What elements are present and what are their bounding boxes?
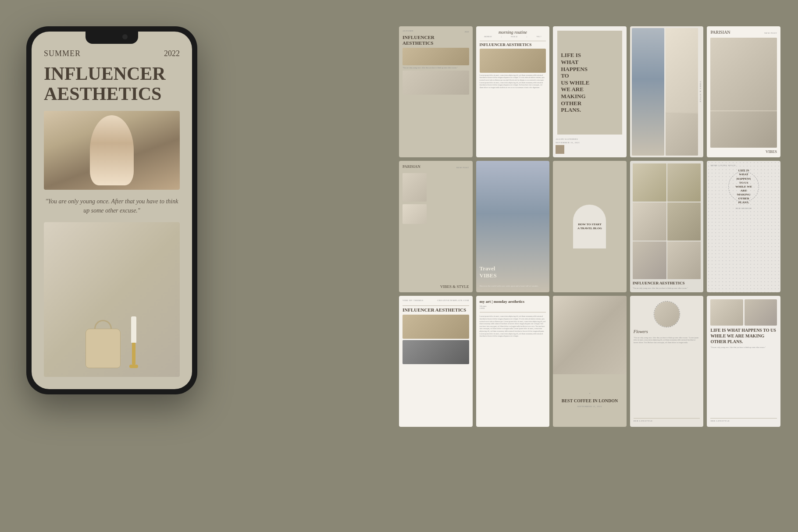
coffee-image	[553, 296, 627, 375]
arch-container: HOW TO START A TRAVEL BLOG	[573, 205, 606, 248]
mosaic-body: "You are only young once. After that you…	[633, 287, 701, 290]
phone-header: SUMMER 2022	[44, 49, 180, 58]
subtitle-1: MONDAY	[484, 35, 492, 38]
card-label: AUTUMN	[403, 30, 413, 32]
card-my-art: my art | monday aesthetics 1th june 1998…	[476, 296, 550, 427]
mosaic-cell-3	[633, 202, 666, 241]
card-morning-routine: morning routine MONDAY | PAGE 42 | VOL 7…	[476, 26, 550, 157]
card-parisian-flowers: PARISIAN NEW POST VIBES & STYLE	[399, 161, 473, 292]
vibes-label: VIBES	[710, 148, 777, 154]
card-life-quote-circle: MORE LIVING SPACE LIFE ISWHATHAPPENSTO U…	[707, 161, 780, 292]
newsletter-title: INFLUENCER AESTHETICS	[403, 307, 469, 313]
divider	[480, 41, 546, 41]
vibes-label-2: VIBES & STYLE	[403, 283, 469, 289]
phone-camera	[122, 34, 128, 39]
flowers-divider	[634, 418, 700, 419]
card-quote: "You are only young once. After that you…	[403, 67, 469, 69]
phone-still-life	[44, 222, 180, 377]
circle-quote-author: HER MEMOIR	[710, 207, 777, 209]
quote-date: NOVEMBER 16, 2021	[556, 142, 624, 144]
street-photo: TravelVIBES Discover the world with eyes…	[476, 161, 550, 292]
phone-screen: SUMMER 2022 INFLUENCERAESTHETICS "You ar…	[32, 32, 192, 389]
circle-quote: LIFE ISWHATHAPPENSTO USWHILE WEAREMAKING…	[728, 171, 759, 202]
phone-hero-image	[44, 111, 180, 190]
card-influencer-mosaic: INFLUENCER AESTHETICS "You are only youn…	[630, 161, 704, 292]
morning-routine-title: morning routine	[480, 30, 546, 35]
flowers-body: "You are only young once. After that you…	[634, 337, 700, 344]
best-coffee-text: BEST COFFEE IN LONDON	[560, 397, 620, 405]
site-label: VIBE BY THEMES	[403, 299, 424, 301]
card-image	[480, 49, 546, 73]
subtitle-3: VOL 7	[536, 35, 541, 38]
phone-year: 2022	[164, 49, 180, 58]
art-title: my art | monday aesthetics	[480, 299, 546, 304]
card-life-quote-2: LIFE IS WHAT HAPPENS TO US WHILE WE ARE …	[707, 296, 780, 427]
card-newsletter: VIBE BY THEMES CREATIVETEMPLATE.COM INFL…	[399, 296, 473, 427]
phone-mockup: SUMMER 2022 INFLUENCERAESTHETICS "You ar…	[26, 26, 197, 504]
newsletter-img-2	[403, 340, 469, 364]
flowers-label: HER LIFESTYLE	[634, 420, 700, 422]
phone-title: INFLUENCERAESTHETICS	[44, 64, 180, 104]
card-life-quote-1: LIFE ISWHATHAPPENSTOUS WHILEWE AREMAKING…	[553, 26, 627, 157]
quote-author: ALLEN SAUNDERS	[556, 138, 624, 140]
url-label: CREATIVETEMPLATE.COM	[437, 299, 469, 301]
life-quote-body: "You are only young once. After that you…	[710, 346, 777, 349]
mosaic-cell-2	[667, 163, 701, 202]
ocean-photo	[632, 28, 664, 156]
circle-photo	[654, 301, 680, 327]
flower-image	[403, 173, 427, 202]
phone-quote: "You are only young once. After that you…	[44, 197, 180, 215]
mosaic-cell-1	[633, 163, 666, 202]
card-ocean-vibes: VIBES & STYLE	[630, 26, 704, 157]
new-post-2: NEW POST	[456, 167, 469, 169]
parisian-label-2: PARISIAN	[403, 164, 420, 169]
phone-notch	[86, 32, 138, 44]
mosaic-cell-4	[667, 202, 701, 241]
mosaic-title: INFLUENCER AESTHETICS	[633, 281, 701, 286]
art-body: Lorem ipsum dolor sit amet, consectetur …	[480, 315, 546, 337]
photo-1	[710, 299, 743, 326]
how-to-text: HOW TO START A TRAVEL BLOG	[577, 223, 602, 231]
card-parisian-1: PARISIAN NEW POST VIBES	[707, 26, 780, 157]
mosaic-cell-6	[667, 241, 701, 280]
coffee-subtitle: SEPTEMBER 12, 2021	[577, 405, 602, 408]
mosaic-cell-5	[633, 241, 666, 280]
card-image-1	[403, 48, 469, 65]
template-cards-grid: AUTUMN 2022 INFLUENCERAESTHETICS "You ar…	[399, 26, 780, 427]
card-heading: INFLUENCER AESTHETICS	[480, 43, 546, 47]
small-label-10: MORE LIVING SPACE	[710, 164, 777, 167]
newsletter-img-1	[403, 315, 469, 339]
quote2-divider	[710, 418, 777, 419]
divider-2	[403, 305, 469, 306]
flowers-title: Flowers	[634, 329, 700, 334]
parisian-collage	[710, 38, 777, 148]
card-year: 2022	[465, 31, 469, 33]
new-post: NEW POST	[764, 32, 777, 34]
pearl-image	[403, 204, 427, 224]
photo-2	[745, 299, 777, 326]
accent-block	[556, 145, 564, 154]
card-flowers: Flowers "You are only young once. After …	[630, 296, 704, 427]
quote2-label: HER LIFESTYLE	[710, 420, 777, 422]
card-image-2	[403, 71, 469, 95]
card-body: Lorem ipsum dolor sit amet, consectetur …	[480, 74, 546, 89]
divider-3	[480, 312, 546, 312]
phone-season: SUMMER	[44, 49, 81, 58]
phone-frame: SUMMER 2022 INFLUENCERAESTHETICS "You ar…	[26, 26, 197, 394]
vertical-text: VIBES & STYLE	[699, 81, 702, 103]
life-quote-text: LIFE ISWHATHAPPENSTOUS WHILEWE AREMAKING…	[561, 52, 619, 113]
flowers-circle-photo	[654, 301, 680, 327]
life-quote-text-2: LIFE IS WHAT HAPPENS TO US WHILE WE ARE …	[710, 327, 777, 344]
card-how-to-blog: HOW TO START A TRAVEL BLOG	[553, 161, 627, 292]
person-silhouette	[90, 115, 134, 185]
circle-quote-text: LIFE ISWHATHAPPENSTO USWHILE WEAREMAKING…	[735, 169, 752, 205]
card-influencer-aesthetics-1: AUTUMN 2022 INFLUENCERAESTHETICS "You ar…	[399, 26, 473, 157]
card-best-coffee: • BEST COFFEE IN LONDON SEPTEMBER 12, 20…	[553, 296, 627, 427]
parisian-label: PARISIAN	[710, 30, 730, 35]
subtitle-2: PAGE 42	[511, 35, 517, 38]
art-issue: 1998	[480, 307, 546, 309]
card-travel-vibes: TravelVIBES Discover the world with eyes…	[476, 161, 550, 292]
travel-vibes-body: Discover the world with eyes wide open a…	[480, 285, 546, 288]
card-title: INFLUENCERAESTHETICS	[403, 35, 469, 46]
